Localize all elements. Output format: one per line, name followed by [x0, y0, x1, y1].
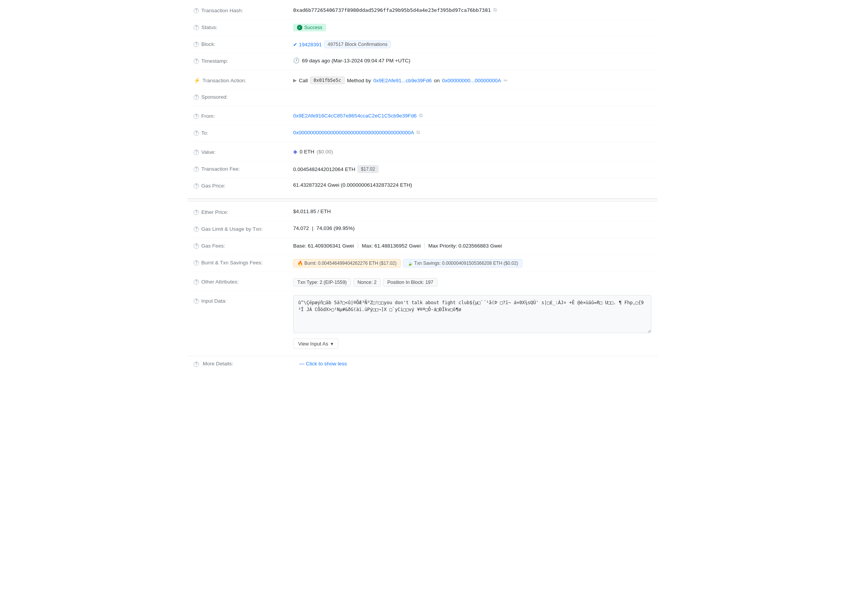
gas-limit-value-col: 74,072 | 74,036 (99.95%): [293, 225, 651, 231]
ether-price-row: ? Ether Price: $4,011.85 / ETH: [188, 205, 657, 222]
copy-from-icon[interactable]: ⧉: [419, 112, 422, 119]
lightning-icon: ⚡: [194, 77, 200, 83]
txn-type-badge: Txn Type: 2 (EIP-1559): [293, 278, 351, 287]
status-row: ? Status: Success: [188, 20, 657, 37]
block-row: ? Block: ✔ 19428391 497517 Block Confirm…: [188, 37, 657, 54]
help-icon-timestamp: ?: [194, 59, 199, 64]
copy-to-icon[interactable]: ⧉: [416, 129, 420, 135]
from-label: ? From:: [194, 112, 293, 119]
gas-price-value-col: 61.432873224 Gwei (0.000000061432873224 …: [293, 182, 651, 188]
other-attributes-value-col: Txn Type: 2 (EIP-1559) Nonce: 2 Position…: [293, 278, 651, 287]
copy-hash-icon[interactable]: ⧉: [493, 7, 497, 13]
transaction-hash-value-col: 0xad6b77265406737f8980ddad5296ffa29b95b5…: [293, 7, 651, 13]
gas-fees-max: Max: 61.488136952 Gwei: [362, 243, 421, 249]
help-icon-block: ?: [194, 42, 199, 47]
to-address-link[interactable]: 0x00000000000000000000000000000000000000…: [293, 130, 414, 135]
eth-value: 0 ETH: [300, 149, 314, 155]
timestamp-row: ? Timestamp: 🕐 69 days ago (Mar-13-2024 …: [188, 54, 657, 70]
timestamp-label: ? Timestamp:: [194, 57, 293, 64]
gas-limit-label: ? Gas Limit & Usage by Txn:: [194, 225, 293, 232]
gas-fees-max-priority: Max Priority: 0.023566883 Gwei: [428, 243, 502, 249]
help-icon-from: ?: [194, 114, 199, 119]
view-input-as-button[interactable]: View Input As ▾: [293, 339, 338, 349]
gas-fees-row: ? Gas Fees: Base: 61.409306341 Gwei | Ma…: [188, 238, 657, 255]
transaction-fee-value-col: 0.00454824420​12064 ETH $17.02: [293, 165, 651, 173]
help-icon-other: ?: [194, 279, 199, 285]
burnt-savings-label: ? Burnt & Txn Savings Fees:: [194, 259, 293, 266]
block-label: ? Block:: [194, 41, 293, 47]
block-confirmations: 497517 Block Confirmations: [324, 41, 391, 48]
call-label: Call: [299, 78, 308, 83]
to-value-col: 0x00000000000000000000000000000000000000…: [293, 129, 651, 135]
more-details-link[interactable]: — Click to show less: [299, 361, 347, 367]
to-row: ? To: 0x00000000000000000000000000000000…: [188, 125, 657, 142]
gas-fees-label: ? Gas Fees:: [194, 242, 293, 249]
input-data-row: ? Input Data: û^\Çëpæýñ□äb 5á?□<û|®ÕÆ³Ñ³…: [188, 291, 657, 353]
timestamp-value: 69 days ago (Mar-13-2024 09:04:47 PM +UT…: [302, 58, 410, 64]
help-icon-more: ?: [194, 362, 199, 367]
position-badge: Position In Block: 197: [383, 278, 437, 287]
gas-separator: |: [312, 225, 313, 231]
burnt-savings-value-col: 🔥 Burnt: 0.00454649​9404262276 ETH ($17.…: [293, 259, 651, 267]
other-attributes-row: ? Other Attributes: Txn Type: 2 (EIP-155…: [188, 274, 657, 291]
gas-price-value: 61.432873224 Gwei (0.000000061432873224 …: [293, 182, 412, 188]
help-icon-value: ?: [194, 150, 199, 155]
gas-price-label: ? Gas Price:: [194, 182, 293, 189]
status-label: ? Status:: [194, 24, 293, 30]
gas-fees-sep1: |: [357, 242, 359, 249]
value-label: ? Value:: [194, 148, 293, 155]
help-icon-fee: ?: [194, 166, 199, 172]
from-address-link[interactable]: 0x9E2Afe916C4cC857e8654ccaC2eC1C5cb9e39F…: [293, 113, 417, 119]
from-row: ? From: 0x9E2Afe916C4cC857e8654ccaC2eC1C…: [188, 109, 657, 125]
help-icon-input: ?: [194, 298, 199, 304]
gas-fees-base: Base: 61.409306341 Gwei: [293, 243, 354, 249]
help-icon-sponsored: ?: [194, 95, 199, 100]
view-input-as-label: View Input As: [298, 341, 328, 347]
clock-icon: 🕐: [293, 57, 300, 64]
more-details-label: ? More Details:: [194, 361, 293, 367]
gas-fees-sep2: |: [424, 242, 425, 249]
gas-fees-value-col: Base: 61.409306341 Gwei | Max: 61.488136…: [293, 242, 651, 249]
block-value-col: ✔ 19428391 497517 Block Confirmations: [293, 41, 651, 48]
burnt-savings-row: ? Burnt & Txn Savings Fees: 🔥 Burnt: 0.0…: [188, 255, 657, 272]
on-label: on: [434, 78, 440, 83]
value-value-col: ◆ 0 ETH ($0.00): [293, 148, 651, 155]
usd-value: ($0.00): [316, 149, 333, 155]
input-data-label: ? Input Data:: [194, 295, 293, 304]
sponsored-label: ? Sponsored:: [194, 93, 293, 100]
ether-price-value: $4,011.85 / ETH: [293, 209, 331, 214]
help-icon-hash: ?: [194, 8, 199, 13]
status-badge: Success: [293, 24, 326, 31]
input-data-value-col: û^\Çëpæýñ□äb 5á?□<û|®ÕÆ³Ñ³Z□!□□you don't…: [293, 295, 651, 349]
from-value-col: 0x9E2Afe916C4cC857e8654ccaC2eC1C5cb9e39F…: [293, 112, 651, 119]
transaction-hash-row: ? Transaction Hash: 0xad6b77265406737f89…: [188, 3, 657, 20]
status-value-col: Success: [293, 24, 651, 31]
help-icon-to: ?: [194, 130, 199, 136]
help-icon-gas-limit: ?: [194, 227, 199, 232]
action-to-link[interactable]: 0x00000000...00000000A: [442, 78, 501, 83]
gas-limit-row: ? Gas Limit & Usage by Txn: 74,072 | 74,…: [188, 222, 657, 238]
eth-diamond-icon: ◆: [293, 148, 297, 155]
block-number-link[interactable]: 19428391: [299, 42, 322, 47]
help-icon-status: ?: [194, 25, 199, 30]
edit-icon[interactable]: ✏: [504, 78, 508, 83]
chevron-down-icon: ▾: [331, 341, 333, 347]
ether-price-value-col: $4,011.85 / ETH: [293, 209, 651, 214]
action-from-link[interactable]: 0x9E2Afe91...cb9e39Fd6: [374, 78, 432, 83]
transaction-hash-label: ? Transaction Hash:: [194, 7, 293, 13]
value-row: ? Value: ◆ 0 ETH ($0.00): [188, 145, 657, 161]
transaction-fee-label: ? Transaction Fee:: [194, 165, 293, 172]
nonce-badge: Nonce: 2: [353, 278, 381, 287]
transaction-fee-usd: $17.02: [357, 165, 378, 173]
burnt-badge: 🔥 Burnt: 0.00454649​9404262276 ETH ($17.…: [293, 259, 401, 267]
ether-price-label: ? Ether Price:: [194, 209, 293, 215]
help-icon-burnt: ?: [194, 260, 199, 266]
transaction-action-row: ⚡ Transaction Action: ▶ Call 0x01fb5e5c …: [188, 73, 657, 90]
transaction-hash-value: 0xad6b77265406737f8980ddad5296ffa29b95b5…: [293, 7, 491, 13]
transaction-fee-row: ? Transaction Fee: 0.00454824420​12064 E…: [188, 161, 657, 178]
help-icon-ether-price: ?: [194, 210, 199, 215]
to-label: ? To:: [194, 129, 293, 136]
method-label: Method by: [347, 78, 371, 83]
input-data-box: û^\Çëpæýñ□äb 5á?□<û|®ÕÆ³Ñ³Z□!□□you don't…: [293, 295, 651, 333]
section-divider: [188, 199, 657, 202]
